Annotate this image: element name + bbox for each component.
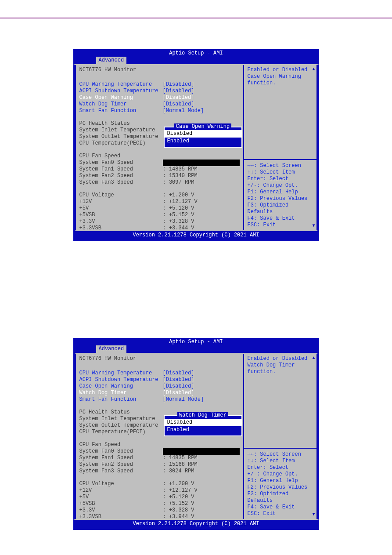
bios-tabbar: Advanced xyxy=(73,345,319,353)
opt-acpi-shutdown-temp[interactable]: ACPI Shutdown Temperature [Disabled] xyxy=(79,377,240,383)
key-save-exit: F4: Save & Exit xyxy=(248,504,313,511)
popup-watch-dog-timer: Watch Dog Timer Disabled Enabled xyxy=(164,415,242,436)
scroll-up-icon: ▲ xyxy=(312,355,315,361)
opt-smart-fan-function[interactable]: Smart Fan Function [Normal Mode] xyxy=(79,396,240,403)
bios-title: Aptio Setup - AMI xyxy=(73,338,319,345)
popup-title: Watch Dog Timer xyxy=(165,412,241,419)
key-select-item: ↑↓: Select Item xyxy=(248,169,313,176)
key-esc-exit: ESC: Exit xyxy=(248,222,313,229)
help-text: Enabled or Disabled Case Open Warning fu… xyxy=(248,67,313,87)
key-opt-defaults: F3: Optimized Defaults xyxy=(248,491,313,504)
key-select-screen: →←: Select Screen xyxy=(248,163,313,169)
key-select-screen: →←: Select Screen xyxy=(248,451,313,458)
key-save-exit: F4: Save & Exit xyxy=(248,215,313,222)
section-heading: NCT6776 HW Monitor xyxy=(79,67,240,73)
sys-fan0-speed: System Fan0 Speed xyxy=(79,160,240,166)
popup-case-open-warning: Case Open Warning Disabled Enabled xyxy=(164,127,242,148)
sys-fan1-speed: System Fan1 Speed: 14835 RPM xyxy=(79,455,240,461)
popup-option-disabled[interactable]: Disabled xyxy=(165,419,241,426)
key-change-opt: +/-: Change Opt. xyxy=(248,471,313,478)
key-esc-exit: ESC: Exit xyxy=(248,511,313,517)
scroll-down-icon: ▼ xyxy=(312,223,315,229)
section-heading: NCT6776 HW Monitor xyxy=(79,355,240,362)
bios-screenshot-2: Aptio Setup - AMI Advanced NCT6776 HW Mo… xyxy=(73,338,319,530)
opt-acpi-shutdown-temp[interactable]: ACPI Shutdown Temperature [Disabled] xyxy=(79,88,240,94)
opt-watch-dog-timer[interactable]: Watch Dog Timer [Disabled] xyxy=(79,390,240,396)
popup-title: Case Open Warning xyxy=(165,123,241,130)
key-change-opt: +/-: Change Opt. xyxy=(248,182,313,189)
bios-tabbar: Advanced xyxy=(73,57,319,64)
bios-title: Aptio Setup - AMI xyxy=(73,49,319,57)
cpu-voltage: CPU Voltage: +1.200 V xyxy=(79,192,240,199)
help-text: Enabled or Disabled Watch Dog Timer func… xyxy=(248,355,313,375)
bios-left-pane: NCT6776 HW Monitor CPU Warning Temperatu… xyxy=(76,354,243,519)
key-select-item: ↑↓: Select Item xyxy=(248,458,313,464)
key-general-help: F1: General Help xyxy=(248,189,313,196)
key-previous-values: F2: Previous Values xyxy=(248,484,313,491)
sys-fan2-speed: System Fan2 Speed: 15340 RPM xyxy=(79,173,240,179)
volt-3v3: +3.3V: +3.328 V xyxy=(79,218,240,225)
sys-fan1-speed: System Fan1 Speed: 14835 RPM xyxy=(79,166,240,173)
key-general-help: F1: General Help xyxy=(248,478,313,484)
volt-3v3: +3.3V: +3.328 V xyxy=(79,507,240,514)
volt-3v3sb: +3.3VSB: +3.944 V xyxy=(79,514,240,519)
bios-right-pane: ▲ ▼ Enabled or Disabled Case Open Warnin… xyxy=(243,65,316,230)
key-help-list: →←: Select Screen ↑↓: Select Item Enter:… xyxy=(248,163,313,229)
bios-right-pane: ▲ ▼ Enabled or Disabled Watch Dog Timer … xyxy=(243,354,316,519)
bios-screenshot-1: Aptio Setup - AMI Advanced NCT6776 HW Mo… xyxy=(73,49,319,241)
volt-5vsb: +5VSB: +5.152 V xyxy=(79,212,240,218)
volt-5v: +5V: +5.120 V xyxy=(79,205,240,212)
volt-12v: +12V: +12.127 V xyxy=(79,487,240,494)
opt-smart-fan-function[interactable]: Smart Fan Function [Normal Mode] xyxy=(79,108,240,114)
bios-footer: Version 2.21.1278 Copyright (C) 2021 AMI xyxy=(73,520,319,530)
volt-5vsb: +5VSB: +5.152 V xyxy=(79,501,240,507)
popup-option-enabled[interactable]: Enabled xyxy=(165,426,241,434)
cpu-voltage: CPU Voltage: +1.200 V xyxy=(79,481,240,487)
volt-5v: +5V: +5.120 V xyxy=(79,494,240,501)
tab-advanced[interactable]: Advanced xyxy=(96,57,127,64)
key-help-list: →←: Select Screen ↑↓: Select Item Enter:… xyxy=(248,451,313,517)
cpu-fan-speed: CPU Fan Speed xyxy=(79,153,240,160)
page-divider xyxy=(0,18,392,18)
volt-12v: +12V: +12.127 V xyxy=(79,199,240,205)
opt-watch-dog-timer[interactable]: Watch Dog Timer [Disabled] xyxy=(79,101,240,108)
key-enter-select: Enter: Select xyxy=(248,176,313,182)
popup-option-enabled[interactable]: Enabled xyxy=(165,138,241,145)
opt-case-open-warning[interactable]: Case Open Warning [Disabled] xyxy=(79,383,240,390)
bios-left-pane: NCT6776 HW Monitor CPU Warning Temperatu… xyxy=(76,65,243,230)
scroll-up-icon: ▲ xyxy=(312,67,315,73)
volt-3v3sb: +3.3VSB: +3.344 V xyxy=(79,225,240,230)
tab-advanced[interactable]: Advanced xyxy=(96,345,127,353)
popup-option-disabled[interactable]: Disabled xyxy=(165,130,241,138)
bios-footer: Version 2.21.1278 Copyright (C) 2021 AMI xyxy=(73,231,319,241)
scroll-down-icon: ▼ xyxy=(312,512,315,518)
cpu-fan-speed: CPU Fan Speed xyxy=(79,442,240,448)
sys-fan3-speed: System Fan3 Speed: 3097 RPM xyxy=(79,179,240,186)
key-previous-values: F2: Previous Values xyxy=(248,196,313,202)
sys-fan0-speed: System Fan0 Speed xyxy=(79,448,240,455)
key-opt-defaults: F3: Optimized Defaults xyxy=(248,202,313,215)
opt-cpu-warning-temp[interactable]: CPU Warning Temperature [Disabled] xyxy=(79,81,240,88)
opt-case-open-warning[interactable]: Case Open Warning [Disabled] xyxy=(79,94,240,101)
sys-fan2-speed: System Fan2 Speed: 15168 RPM xyxy=(79,461,240,468)
key-enter-select: Enter: Select xyxy=(248,464,313,471)
sys-fan3-speed: System Fan3 Speed: 3024 RPM xyxy=(79,468,240,475)
opt-cpu-warning-temp[interactable]: CPU Warning Temperature [Disabled] xyxy=(79,370,240,377)
